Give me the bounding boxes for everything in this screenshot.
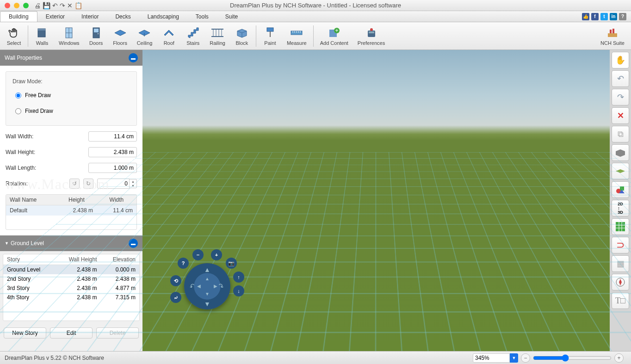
select-tool[interactable]: Select (2, 22, 26, 49)
draw-mode-group: Draw Mode: Free Draw Fixed Draw (6, 71, 137, 126)
draw-mode-label: Draw Mode: (12, 78, 130, 85)
zoom-out-button[interactable]: − (521, 353, 530, 363)
wall-height-label: Wall Height: (6, 149, 35, 155)
zoom-slider[interactable] (533, 354, 612, 362)
wall-width-label: Wall Width: (6, 133, 33, 140)
ceiling-icon (137, 26, 152, 39)
paint-icon (263, 26, 278, 39)
svg-rect-27 (369, 31, 374, 33)
rotate-cw-button[interactable]: ↻ (83, 179, 93, 189)
tab-tools[interactable]: Tools (187, 11, 217, 22)
print-icon[interactable]: 🖨 (34, 2, 41, 9)
rotate-ccw-button[interactable]: ↺ (69, 179, 80, 189)
elevate-down-icon[interactable]: ↓ (233, 285, 244, 296)
svg-point-7 (98, 33, 99, 34)
paint-tool[interactable]: Paint (258, 22, 282, 49)
nav-help-icon[interactable]: ? (178, 258, 189, 269)
zoom-input[interactable] (473, 353, 510, 363)
col-wall-name[interactable]: Wall Name (6, 195, 56, 205)
walls-tool[interactable]: Walls (30, 22, 54, 49)
wall-width-input[interactable] (88, 131, 137, 142)
doors-tool[interactable]: Doors (84, 22, 108, 49)
camera-icon[interactable]: 📷 (226, 258, 237, 269)
version-label: DreamPlan Plus v 5.22 © NCH Software (5, 355, 104, 361)
add-content-icon: + (327, 26, 341, 39)
3d-viewport[interactable]: ▲ ▼ ↶ ↷ ▲ ▼ ◀ ▶ − + ? 📷 ⟲ ↑ ↓ ⤾ (142, 50, 610, 351)
redo-button[interactable]: ↷ (612, 89, 629, 105)
like-icon[interactable]: 👍 (582, 13, 589, 20)
close-window-button[interactable] (5, 3, 10, 8)
reset-view-icon[interactable]: ⤾ (170, 292, 181, 303)
main-area: Wall Properties ▬ Draw Mode: Free Draw F… (0, 50, 631, 351)
undo-button[interactable]: ↶ (612, 70, 629, 87)
window-controls (0, 3, 29, 8)
status-bar: DreamPlan Plus v 5.22 © NCH Software ▼ −… (0, 351, 631, 364)
delete-button[interactable]: ✕ (612, 107, 629, 124)
copy-icon[interactable]: 📋 (74, 2, 82, 9)
fixed-draw-option[interactable]: Fixed Draw (12, 103, 130, 119)
railing-tool[interactable]: Railing (205, 22, 230, 49)
svg-text:+: + (335, 27, 339, 34)
quick-toolbar: 🖨 💾 ↶ ↷ ✕ 📋 (34, 2, 82, 9)
rotation-label: Rotation: (6, 180, 28, 187)
collapse-icon[interactable]: ▬ (129, 53, 138, 62)
minimize-window-button[interactable] (14, 3, 19, 8)
block-icon (235, 26, 249, 39)
free-draw-radio[interactable] (15, 93, 21, 99)
zoom-select[interactable]: ▼ (473, 353, 518, 363)
nav-pan-center[interactable]: ▲ ▼ ◀ ▶ (196, 275, 219, 298)
windows-tool[interactable]: Windows (54, 22, 84, 49)
titlebar: 🖨 💾 ↶ ↷ ✕ 📋 DreamPlan Plus by NCH Softwa… (0, 0, 631, 11)
floors-tool[interactable]: Floors (108, 22, 132, 49)
roof-icon (161, 26, 176, 39)
tab-interior[interactable]: Interior (73, 11, 107, 22)
undo-icon[interactable]: ↶ (52, 2, 58, 9)
fixed-draw-radio[interactable] (15, 108, 21, 114)
block-tool[interactable]: Block (230, 22, 254, 49)
nav-down-icon[interactable]: ▼ (204, 300, 210, 308)
measure-tool[interactable]: Measure (282, 22, 311, 49)
facebook-icon[interactable]: f (591, 13, 599, 20)
wall-height-input[interactable] (88, 147, 137, 157)
twitter-icon[interactable]: t (600, 13, 608, 20)
navigation-widget: ▲ ▼ ↶ ↷ ▲ ▼ ◀ ▶ − + ? 📷 ⟲ ↑ ↓ ⤾ (170, 249, 244, 323)
free-draw-option[interactable]: Free Draw (12, 87, 130, 103)
tab-landscaping[interactable]: Landscaping (139, 11, 187, 22)
pan-tool-button[interactable]: ✋ (612, 52, 629, 68)
delete-icon[interactable]: ✕ (67, 2, 73, 9)
svg-point-28 (370, 28, 373, 31)
tab-exterior[interactable]: Exterior (37, 11, 73, 22)
tab-decks[interactable]: Decks (107, 11, 139, 22)
preferences-button[interactable]: Preferences (353, 22, 390, 49)
tab-bar: Building Exterior Interior Decks Landsca… (0, 11, 631, 22)
wall-length-label: Wall Length: (6, 165, 36, 171)
hand-icon (6, 26, 21, 39)
roof-tool[interactable]: Roof (157, 22, 181, 49)
nch-suite-button[interactable]: NCH Suite (596, 22, 629, 49)
zoom-out-icon[interactable]: − (192, 249, 204, 260)
zoom-in-icon[interactable]: + (211, 249, 222, 260)
svg-rect-29 (608, 33, 617, 37)
help-icon[interactable]: ? (619, 13, 626, 20)
redo-icon[interactable]: ↷ (60, 2, 65, 9)
zoom-in-button[interactable]: + (614, 353, 624, 363)
wall-properties-header: Wall Properties ▬ (0, 50, 142, 66)
railing-icon (210, 26, 225, 39)
linkedin-icon[interactable]: in (610, 13, 617, 20)
wall-icon (35, 26, 49, 39)
stairs-tool[interactable]: Stairs (181, 22, 205, 49)
maximize-window-button[interactable] (23, 3, 29, 8)
zoom-dropdown-icon[interactable]: ▼ (510, 353, 518, 363)
copy-button[interactable]: ⧉ (612, 126, 629, 142)
elevate-up-icon[interactable]: ↑ (233, 271, 244, 283)
tab-suite[interactable]: Suite (217, 11, 246, 22)
stairs-icon (186, 26, 200, 39)
social-links: 👍 f t in ? (582, 13, 626, 20)
orbit-icon[interactable]: ⟲ (170, 275, 181, 286)
measure-icon (289, 26, 304, 39)
ceiling-tool[interactable]: Ceiling (132, 22, 157, 49)
save-icon[interactable]: 💾 (43, 2, 50, 9)
tab-building[interactable]: Building (0, 11, 37, 22)
add-content-button[interactable]: + Add Content (316, 22, 353, 49)
nav-up-icon[interactable]: ▲ (204, 266, 210, 273)
